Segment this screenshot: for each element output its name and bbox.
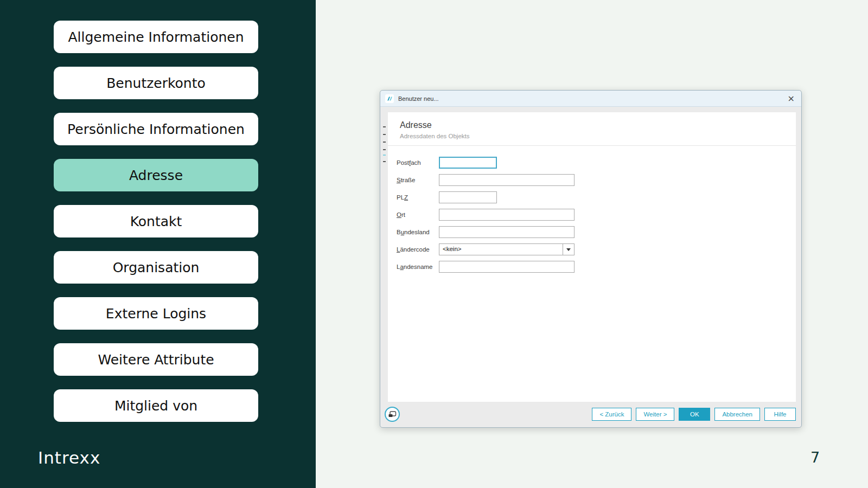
sidebar-item-benutzerkonto[interactable]: Benutzerkonto: [54, 67, 258, 99]
wizard-page-header: Adresse Adressdaten des Objekts: [388, 112, 796, 146]
field-label: Postfach: [397, 159, 439, 166]
slide-page-number: 7: [810, 449, 820, 466]
field-label: Ländercode: [397, 246, 439, 253]
sidebar-item-label: Externe Logins: [106, 306, 206, 322]
laendercode-select[interactable]: <kein>: [439, 243, 575, 255]
address-form: Postfach Straße PLZ Ort Bundesland Lände…: [397, 157, 575, 278]
button-label: < Zurück: [599, 411, 624, 418]
field-label: PLZ: [397, 194, 439, 201]
intrexx-slashes-icon: [385, 94, 394, 103]
form-row: Ländercode <kein>: [397, 243, 575, 255]
sidebar-item-weitere-attribute[interactable]: Weitere Attribute: [54, 343, 258, 376]
field-label: Straße: [397, 177, 439, 183]
sidebar-item-label: Mitglied von: [114, 398, 197, 414]
sidebar-item-label: Kontakt: [130, 214, 182, 229]
overlapping-windows-icon: [388, 410, 397, 418]
hilfe-button[interactable]: Hilfe: [764, 408, 796, 421]
strip-mark: [383, 126, 386, 127]
landesname-input[interactable]: [439, 261, 575, 273]
button-label: Weiter >: [643, 411, 667, 418]
strip-mark: [383, 142, 386, 143]
form-row: Ort: [397, 209, 575, 221]
button-label: Hilfe: [774, 411, 786, 418]
zurueck-button[interactable]: < Zurück: [592, 408, 631, 421]
chevron-down-icon[interactable]: [563, 244, 574, 255]
dialog-titlebar: Benutzer neu... ×: [380, 91, 801, 107]
sidebar-item-persoenliche-informationen[interactable]: Persönliche Informationen: [54, 113, 258, 145]
intrexx-logo: Intrexx: [38, 448, 100, 467]
dialog-footer: < Zurück Weiter > OK Abbrechen Hilfe: [380, 401, 801, 427]
sidebar-item-adresse[interactable]: Adresse: [54, 159, 258, 191]
page-subtitle: Adressdaten des Objekts: [400, 133, 796, 139]
page-title: Adresse: [400, 120, 796, 130]
form-row: Bundesland: [397, 226, 575, 238]
button-label: OK: [690, 411, 699, 418]
form-row: PLZ: [397, 191, 575, 203]
field-label: Landesname: [397, 264, 439, 270]
pin-dialog-button[interactable]: [385, 407, 400, 422]
sidebar-item-label: Organisation: [113, 260, 200, 275]
sidebar-item-allgemeine-informationen[interactable]: Allgemeine Informationen: [54, 21, 258, 53]
form-row: Straße: [397, 174, 575, 186]
wizard-page-panel: Adresse Adressdaten des Objekts Postfach…: [388, 112, 796, 402]
button-label: Abbrechen: [722, 411, 752, 418]
dialog-title: Benutzer neu...: [398, 95, 439, 102]
sidebar-item-externe-logins[interactable]: Externe Logins: [54, 297, 258, 330]
close-icon[interactable]: ×: [788, 94, 795, 103]
dialog-button-bar: < Zurück Weiter > OK Abbrechen Hilfe: [592, 408, 796, 421]
bundesland-input[interactable]: [439, 226, 575, 238]
postfach-input[interactable]: [439, 157, 497, 169]
sidebar-item-label: Allgemeine Informationen: [68, 29, 244, 45]
sidebar-item-label: Persönliche Informationen: [67, 121, 245, 137]
plz-input[interactable]: [439, 191, 497, 203]
form-row: Landesname: [397, 261, 575, 273]
sidebar-item-mitglied-von[interactable]: Mitglied von: [54, 389, 258, 422]
field-label: Bundesland: [397, 229, 439, 235]
collapsed-panel-sliver: [381, 108, 387, 401]
sidebar-item-organisation[interactable]: Organisation: [54, 251, 258, 284]
strip-mark: [383, 161, 386, 162]
strip-mark: [383, 149, 386, 150]
sidebar-nav: Allgemeine Informationen Benutzerkonto P…: [54, 21, 258, 422]
field-label: Ort: [397, 211, 439, 218]
sidebar-item-kontakt[interactable]: Kontakt: [54, 205, 258, 237]
sidebar-item-label: Benutzerkonto: [106, 75, 206, 91]
benutzer-neu-dialog: Benutzer neu... × Adresse Adressdaten de…: [380, 90, 802, 428]
ok-button[interactable]: OK: [679, 408, 710, 421]
sidebar-item-label: Adresse: [129, 168, 183, 183]
strasse-input[interactable]: [439, 174, 575, 186]
strip-mark: [383, 134, 386, 135]
sidebar-item-label: Weitere Attribute: [98, 352, 214, 368]
combo-selected-value: <kein>: [439, 244, 563, 255]
weiter-button[interactable]: Weiter >: [636, 408, 674, 421]
form-row: Postfach: [397, 157, 575, 169]
abbrechen-button[interactable]: Abbrechen: [714, 408, 760, 421]
strip-mark: [383, 155, 386, 156]
slide-sidebar: Allgemeine Informationen Benutzerkonto P…: [0, 0, 316, 488]
ort-input[interactable]: [439, 209, 575, 221]
